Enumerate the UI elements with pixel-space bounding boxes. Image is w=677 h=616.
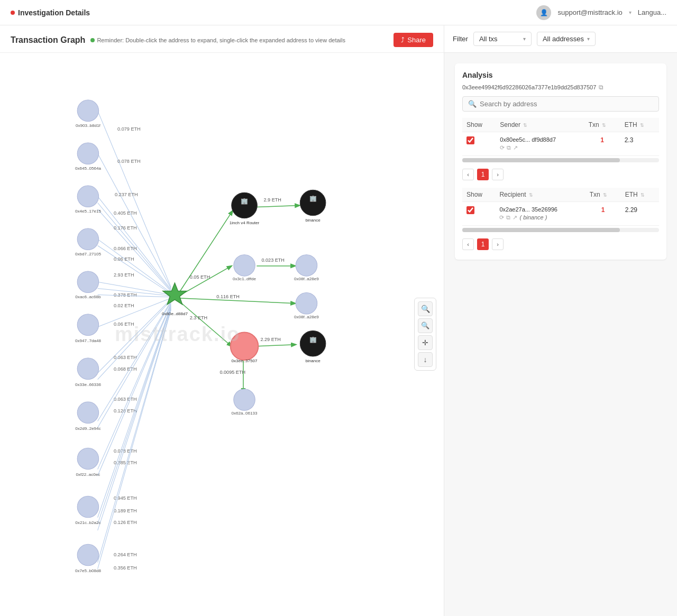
analysis-address-text: 0x3eee49942f6d92286026a7377e1b9dd25d8375… — [462, 84, 596, 90]
svg-point-83 — [232, 192, 258, 218]
svg-text:binance: binance — [305, 358, 321, 363]
svg-text:0.237 ETH: 0.237 ETH — [115, 192, 138, 197]
analysis-title: Analysis — [462, 71, 659, 79]
svg-point-75 — [77, 448, 98, 469]
chevron-down-icon: ▾ — [523, 36, 526, 42]
external-link-icon[interactable]: ↗ — [513, 214, 517, 221]
refresh-icon[interactable]: ⟳ — [500, 144, 505, 151]
address-icons: ⟳ ⧉ ↗ ( binance ) — [499, 214, 581, 221]
svg-text:0.189 ETH: 0.189 ETH — [114, 508, 137, 513]
txn-value: 1 — [584, 132, 620, 156]
page-1-button[interactable]: 1 — [477, 169, 489, 180]
addresses-filter-select[interactable]: All addresses ▾ — [537, 32, 596, 46]
svg-line-53 — [178, 300, 231, 346]
page-1-button[interactable]: 1 — [477, 238, 489, 250]
prev-page-button[interactable]: ‹ — [462, 238, 474, 250]
svg-point-86 — [300, 190, 326, 216]
eth-column-header[interactable]: ETH ⇅ — [621, 188, 659, 202]
external-link-icon[interactable]: ↗ — [513, 144, 518, 151]
txn-column-header[interactable]: Txn ⇅ — [585, 188, 621, 202]
svg-point-67 — [77, 271, 98, 292]
table-scrollbar[interactable] — [462, 228, 659, 232]
svg-text:0.05 ETH: 0.05 ETH — [190, 274, 210, 280]
fit-button[interactable]: ✛ — [418, 335, 433, 350]
table-row: 0x2ae27a... 35e26996 ⟳ ⧉ ↗ ( binance ) 1 — [462, 202, 659, 226]
prev-page-button[interactable]: ‹ — [462, 169, 474, 180]
svg-line-45 — [257, 206, 299, 207]
svg-line-12 — [98, 245, 171, 293]
svg-text:0x08f..a28e9: 0x08f..a28e9 — [294, 277, 319, 281]
svg-text:0.126 ETH: 0.126 ETH — [114, 520, 137, 525]
svg-point-63 — [77, 186, 98, 207]
graph-panel: Transaction Graph Reminder: Double-click… — [0, 25, 444, 616]
svg-text:0.068 ETH: 0.068 ETH — [114, 366, 137, 372]
eth-column-header[interactable]: ETH ⇅ — [620, 118, 659, 132]
eth-value: 2.3 — [620, 132, 659, 156]
language-selector[interactable]: Langua... — [638, 8, 666, 16]
svg-text:0x33e..66336: 0x33e..66336 — [75, 382, 101, 387]
search-input[interactable] — [480, 100, 653, 108]
svg-text:2.93 ETH: 2.93 ETH — [114, 272, 134, 278]
sender-column-header[interactable]: Sender ⇅ — [496, 118, 584, 132]
svg-text:0.264 ETH: 0.264 ETH — [114, 552, 137, 557]
svg-text:0x21c..b2a2c: 0x21c..b2a2c — [75, 520, 100, 525]
sender-address-cell: 0x80ee5c... df9d88d7 ⟳ ⧉ ↗ — [496, 132, 584, 156]
svg-text:0x645..0564a: 0x645..0564a — [75, 166, 101, 171]
svg-text:0x62a..06133: 0x62a..06133 — [232, 411, 258, 416]
txn-value: 1 — [585, 202, 621, 226]
svg-point-79 — [77, 544, 98, 565]
svg-text:🏢: 🏢 — [309, 195, 317, 202]
svg-line-26 — [98, 301, 171, 421]
show-checkbox[interactable] — [466, 136, 474, 144]
reminder-text: Reminder: Double-click the address to ex… — [97, 37, 345, 43]
app-title: Investigation Details — [18, 8, 90, 17]
copy-small-icon[interactable]: ⧉ — [506, 214, 510, 221]
zoom-out-button[interactable]: 🔍 — [418, 318, 433, 333]
svg-line-22 — [98, 299, 171, 373]
zoom-in-button[interactable]: 🔍 — [418, 301, 433, 316]
user-email[interactable]: support@misttrack.io — [557, 8, 622, 16]
next-page-button[interactable]: › — [492, 238, 504, 250]
scrollbar-thumb — [462, 228, 620, 232]
svg-text:0.023 ETH: 0.023 ETH — [261, 258, 285, 263]
svg-point-91 — [296, 255, 317, 276]
sender-pagination: ‹ 1 › — [462, 164, 659, 182]
svg-text:🏢: 🏢 — [309, 336, 317, 343]
analysis-content: Analysis 0x3eee49942f6d92286026a7377e1b9… — [444, 53, 677, 270]
show-checkbox[interactable] — [466, 206, 474, 214]
copy-icon[interactable]: ⧉ — [599, 84, 603, 91]
filter-bar: Filter All txs ▾ All addresses ▾ — [444, 25, 677, 53]
svg-point-65 — [77, 228, 98, 250]
show-column-header: Show — [462, 188, 495, 202]
app-logo: Investigation Details — [11, 8, 90, 17]
svg-point-97 — [300, 330, 326, 356]
table-scrollbar[interactable] — [462, 158, 659, 162]
refresh-icon[interactable]: ⟳ — [499, 214, 504, 221]
sort-arrows-icon: ⇅ — [603, 192, 607, 198]
next-page-button[interactable]: › — [492, 169, 504, 180]
download-button[interactable]: ↓ — [418, 352, 433, 367]
txs-filter-select[interactable]: All txs ▾ — [473, 32, 532, 46]
svg-line-20 — [98, 298, 171, 327]
recipient-column-header[interactable]: Recipient ⇅ — [495, 188, 585, 202]
svg-line-2 — [98, 153, 171, 288]
txn-column-header[interactable]: Txn ⇅ — [584, 118, 620, 132]
svg-text:2.9 ETH: 2.9 ETH — [263, 197, 281, 203]
share-button[interactable]: ⤴ Share — [394, 33, 433, 47]
sort-arrows-icon: ⇅ — [602, 123, 606, 128]
reminder-dot — [90, 38, 95, 42]
sort-arrows-icon: ⇅ — [523, 123, 527, 128]
copy-small-icon[interactable]: ⧉ — [507, 144, 511, 151]
svg-text:0.078 ETH: 0.078 ETH — [117, 159, 141, 164]
recipient-table-container: Show Recipient ⇅ Txn ⇅ ET — [462, 188, 659, 226]
recipient-address: 0x2ae27a... 35e26996 — [499, 206, 581, 213]
svg-text:0.378 ETH: 0.378 ETH — [114, 292, 137, 298]
addresses-filter-value: All addresses — [543, 35, 584, 43]
analysis-panel: Analysis 0x3eee49942f6d92286026a7377e1b9… — [455, 63, 666, 260]
svg-point-77 — [77, 496, 98, 517]
svg-line-55 — [257, 345, 296, 346]
svg-text:0x7e5..b08d8: 0x7e5..b08d8 — [75, 568, 101, 573]
recipient-pagination: ‹ 1 › — [462, 234, 659, 252]
svg-text:0.063 ETH: 0.063 ETH — [114, 397, 137, 402]
svg-text:1inch v4 Router: 1inch v4 Router — [230, 220, 260, 225]
